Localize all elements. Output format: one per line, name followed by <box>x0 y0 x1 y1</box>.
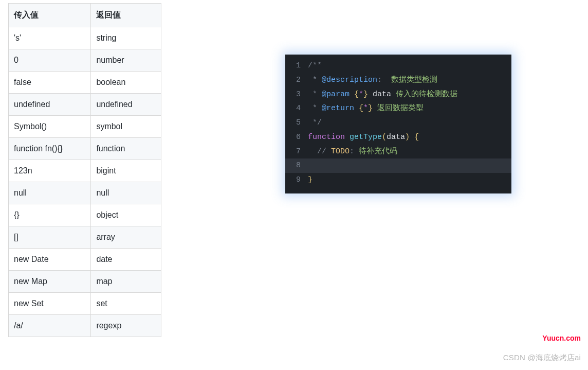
line-number: 1 <box>285 59 308 73</box>
cell-return: array <box>91 226 161 249</box>
code-line: // TODO: 待补充代码 <box>308 145 397 159</box>
table-element: 传入值 返回值 's'string0numberfalsebooleanunde… <box>8 3 161 337</box>
cell-input: Symbol() <box>9 116 91 138</box>
table-row: []array <box>9 226 161 249</box>
table-row: falseboolean <box>9 72 161 94</box>
table-row: new Datedate <box>9 249 161 271</box>
cell-return: null <box>91 182 161 204</box>
cell-input: function fn(){} <box>9 138 91 160</box>
code-line: } <box>308 173 313 187</box>
cell-input: false <box>9 72 91 94</box>
cell-input: null <box>9 182 91 204</box>
line-number: 8 <box>285 158 308 173</box>
table-row: 's'string <box>9 27 161 49</box>
table-row: undefinedundefined <box>9 94 161 116</box>
table-row: 0number <box>9 49 161 72</box>
watermark-text: CSDN @海底烧烤店ai <box>503 353 581 363</box>
cell-return: function <box>91 138 161 160</box>
cell-input: /a/ <box>9 315 91 337</box>
cell-return: regexp <box>91 315 161 337</box>
code-editor: 1 /** 2 * @description: 数据类型检测 3 * @para… <box>285 55 511 193</box>
brand-text: Yuucn.com <box>542 334 581 342</box>
table-row: function fn(){}function <box>9 138 161 160</box>
cell-return: bigint <box>91 160 161 182</box>
cell-input: undefined <box>9 94 91 116</box>
cell-input: {} <box>9 204 91 226</box>
table-row: new Setset <box>9 293 161 315</box>
cell-return: undefined <box>91 94 161 116</box>
cell-return: number <box>91 49 161 72</box>
cell-return: date <box>91 249 161 271</box>
line-number: 6 <box>285 130 308 145</box>
cell-return: object <box>91 204 161 226</box>
header-return: 返回值 <box>91 4 161 27</box>
code-line: * @return {*} 返回数据类型 <box>308 101 424 116</box>
line-number: 3 <box>285 87 308 102</box>
cell-return: set <box>91 293 161 315</box>
line-number: 7 <box>285 145 308 159</box>
cell-return: map <box>91 271 161 293</box>
code-line: * @param {*} data 传入的待检测数据 <box>308 87 457 102</box>
table-row: 123nbigint <box>9 160 161 182</box>
table-row: Symbol()symbol <box>9 116 161 138</box>
cell-input: new Set <box>9 293 91 315</box>
cell-input: new Map <box>9 271 91 293</box>
table-row: {}object <box>9 204 161 226</box>
line-number: 2 <box>285 73 308 87</box>
cell-return: symbol <box>91 116 161 138</box>
line-number: 5 <box>285 116 308 130</box>
cell-input: 's' <box>9 27 91 49</box>
table-row: new Mapmap <box>9 271 161 293</box>
code-line: /** <box>308 59 322 73</box>
header-input: 传入值 <box>9 4 91 27</box>
cell-input: [] <box>9 226 91 249</box>
cell-input: new Date <box>9 249 91 271</box>
code-line: * @description: 数据类型检测 <box>308 73 437 87</box>
table-row: /a/regexp <box>9 315 161 337</box>
line-number: 4 <box>285 101 308 116</box>
table-row: nullnull <box>9 182 161 204</box>
type-table: 传入值 返回值 's'string0numberfalsebooleanunde… <box>8 3 161 337</box>
cell-input: 0 <box>9 49 91 72</box>
line-number: 9 <box>285 173 308 187</box>
cell-return: boolean <box>91 72 161 94</box>
cell-input: 123n <box>9 160 91 182</box>
cell-return: string <box>91 27 161 49</box>
code-line: */ <box>308 116 322 130</box>
code-line: function getType(data) { <box>308 130 419 145</box>
